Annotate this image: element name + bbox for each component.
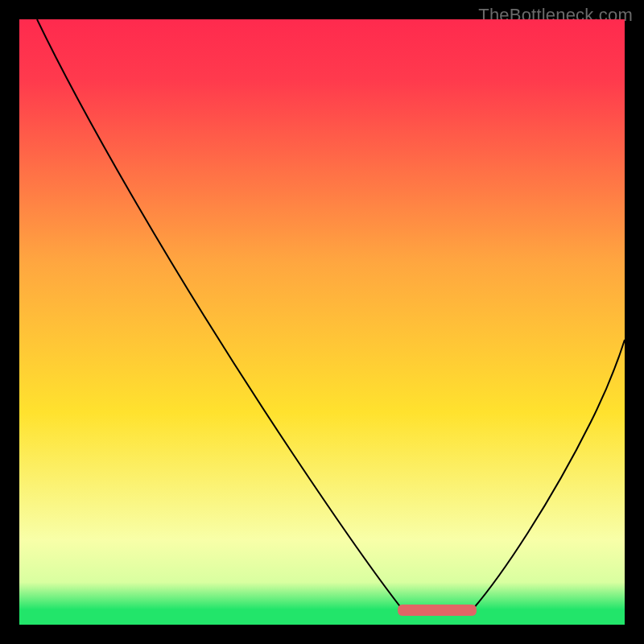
trough-marker xyxy=(398,605,477,616)
curve-layer xyxy=(19,19,625,625)
plot-area xyxy=(19,19,625,625)
chart-container: TheBottleneck.com xyxy=(0,0,644,644)
right-curve xyxy=(473,340,625,609)
left-curve xyxy=(37,19,402,609)
